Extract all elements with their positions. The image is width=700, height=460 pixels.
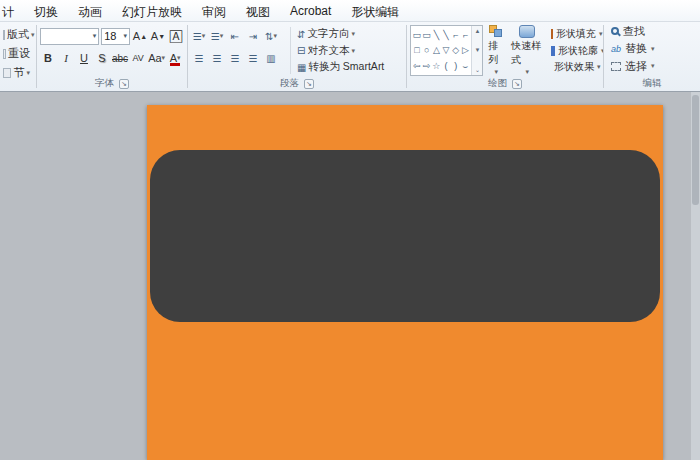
group-drawing: ▭▭╲╲⌐⌐□○△▽◇▷⇦⇨☆()⌣ ▲ ▼ ⌄ 排列 ▾ 快速样式 ▾ <box>407 22 603 91</box>
change-case-button[interactable]: Aa▾ <box>148 50 165 67</box>
align-left-button[interactable]: ☰ <box>191 50 207 67</box>
numbering-button[interactable]: ☰▾ <box>209 28 225 45</box>
tab-acrobat[interactable]: Acrobat <box>280 0 341 21</box>
drawing-group-label: 绘图 ↘ <box>407 76 603 91</box>
shape-icon[interactable]: ) <box>454 61 457 71</box>
bullets-button[interactable]: ☰▾ <box>191 28 207 45</box>
grow-font-button[interactable]: A▲ <box>132 28 148 45</box>
rounded-rectangle-shape[interactable] <box>150 150 660 322</box>
shape-icon[interactable]: ▭ <box>413 30 422 40</box>
shape-icon[interactable]: ⌐ <box>463 30 468 40</box>
reset-icon <box>3 49 6 59</box>
smartart-icon: ▦ <box>297 62 306 73</box>
group-slides: 版式▾ 重设 节▾ <box>0 22 36 91</box>
scrollbar-thumb[interactable] <box>692 95 699 205</box>
shape-icon[interactable]: ▽ <box>443 45 450 55</box>
font-size-combo[interactable]: 18▾ <box>101 28 130 45</box>
quick-styles-icon <box>519 25 535 38</box>
scroll-up-icon[interactable]: ▲ <box>474 28 480 34</box>
shape-icon[interactable]: ( <box>445 61 448 71</box>
character-spacing-button[interactable]: AV <box>130 50 146 67</box>
shape-fill-icon <box>551 29 553 39</box>
shapes-gallery-box: ▭▭╲╲⌐⌐□○△▽◇▷⇦⇨☆()⌣ ▲ ▼ ⌄ <box>410 25 483 76</box>
shape-outline-icon <box>551 46 555 56</box>
shape-icon[interactable]: □ <box>414 45 419 55</box>
layout-button[interactable]: 版式▾ <box>3 25 33 44</box>
tab-review[interactable]: 审阅 <box>192 0 236 21</box>
layout-icon <box>3 30 5 40</box>
group-paragraph: ☰▾ ☰▾ ⇤ ⇥ ⇅▾ ☰ ☰ ☰ ☰ ▥ <box>188 22 406 91</box>
vertical-scrollbar[interactable] <box>691 92 700 460</box>
font-name-combo[interactable]: ▾ <box>40 28 99 45</box>
shapes-gallery: ▭▭╲╲⌐⌐□○△▽◇▷⇦⇨☆()⌣ <box>411 26 471 75</box>
shrink-font-button[interactable]: A▼ <box>150 28 166 45</box>
decrease-indent-button[interactable]: ⇤ <box>227 28 243 45</box>
tab-transitions[interactable]: 切换 <box>24 0 68 21</box>
shape-icon[interactable]: ▷ <box>462 45 469 55</box>
section-icon <box>3 68 11 78</box>
align-right-button[interactable]: ☰ <box>227 50 243 67</box>
gallery-more-icon[interactable]: ⌄ <box>475 66 480 73</box>
shape-effects-button[interactable]: 形状效果▾ <box>548 59 600 75</box>
shape-fill-button[interactable]: 形状填充▾ <box>548 26 600 42</box>
shape-icon[interactable]: △ <box>433 45 440 55</box>
quick-styles-button[interactable]: 快速样式 ▾ <box>509 25 545 76</box>
font-color-button[interactable]: A▾ <box>167 50 183 67</box>
scroll-down-icon[interactable]: ▼ <box>474 47 480 53</box>
slide[interactable] <box>147 105 663 460</box>
bold-button[interactable]: B <box>40 50 56 67</box>
italic-button[interactable]: I <box>58 50 74 67</box>
shapes-gallery-scrollbar[interactable]: ▲ ▼ ⌄ <box>471 26 482 75</box>
select-icon <box>611 62 621 71</box>
drawing-dialog-launcher[interactable]: ↘ <box>512 79 522 89</box>
paragraph-dialog-launcher[interactable]: ↘ <box>304 79 314 89</box>
line-spacing-button[interactable]: ⇅▾ <box>263 28 279 45</box>
align-center-button[interactable]: ☰ <box>209 50 225 67</box>
editing-canvas <box>0 92 700 460</box>
arrange-button[interactable]: 排列 ▾ <box>486 25 506 76</box>
replace-icon: ab <box>611 44 621 54</box>
shape-icon[interactable]: ⇨ <box>423 61 431 71</box>
tab-animations[interactable]: 动画 <box>68 0 112 21</box>
tab-slideshow[interactable]: 幻灯片放映 <box>112 0 192 21</box>
tab-design-partial[interactable]: 计 <box>0 0 24 21</box>
shape-icon[interactable]: ╲ <box>443 30 448 40</box>
tab-shape-edit[interactable]: 形状编辑 <box>341 0 409 21</box>
columns-button[interactable]: ▥ <box>263 50 279 67</box>
shape-icon[interactable]: ☆ <box>432 61 440 71</box>
align-text-icon: ⊟ <box>297 45 305 56</box>
section-button[interactable]: 节▾ <box>3 63 33 82</box>
shape-icon[interactable]: ▭ <box>422 30 431 40</box>
find-button[interactable]: 查找 <box>608 23 700 39</box>
group-editing: 查找 ab 替换▾ 选择▾ 编辑 <box>604 22 700 91</box>
underline-button[interactable]: U <box>76 50 92 67</box>
text-direction-button[interactable]: ⇵ 文字方向▾ <box>294 26 403 42</box>
replace-button[interactable]: ab 替换▾ <box>608 41 700 57</box>
text-shadow-button[interactable]: S <box>94 50 110 67</box>
group-font: ▾ 18▾ A▲ A▼ 🄰 B I U S abc AV Aa▾ <box>37 22 187 91</box>
shape-icon[interactable]: ◇ <box>452 45 459 55</box>
clear-formatting-icon[interactable]: 🄰 <box>168 28 184 45</box>
strikethrough-button[interactable]: abc <box>112 50 128 67</box>
ribbon-body: 版式▾ 重设 节▾ ▾ <box>0 22 700 91</box>
find-icon <box>611 27 619 35</box>
justify-button[interactable]: ☰ <box>245 50 261 67</box>
convert-smartart-button[interactable]: ▦ 转换为 SmartArt <box>294 59 403 75</box>
font-dialog-launcher[interactable]: ↘ <box>119 79 129 89</box>
increase-indent-button[interactable]: ⇥ <box>245 28 261 45</box>
align-text-button[interactable]: ⊟ 对齐文本▾ <box>294 43 403 59</box>
select-button[interactable]: 选择▾ <box>608 58 700 74</box>
shape-icon[interactable]: ⌣ <box>463 61 469 71</box>
shape-icon[interactable]: ╲ <box>434 30 439 40</box>
tab-view[interactable]: 视图 <box>236 0 280 21</box>
font-group-label: 字体 ↘ <box>37 76 187 91</box>
shape-icon[interactable]: ⇦ <box>413 61 421 71</box>
ribbon-tabbar: 计 切换 动画 幻灯片放映 审阅 视图 Acrobat 形状编辑 <box>0 0 700 22</box>
arrange-icon <box>489 25 503 38</box>
shape-outline-button[interactable]: 形状轮廓▾ <box>548 43 600 59</box>
ribbon: 计 切换 动画 幻灯片放映 审阅 视图 Acrobat 形状编辑 版式▾ 重设 <box>0 0 700 92</box>
shape-icon[interactable]: ○ <box>424 45 429 55</box>
paragraph-group-label: 段落 ↘ <box>188 76 406 91</box>
shape-icon[interactable]: ⌐ <box>453 30 458 40</box>
reset-button[interactable]: 重设 <box>3 44 33 63</box>
